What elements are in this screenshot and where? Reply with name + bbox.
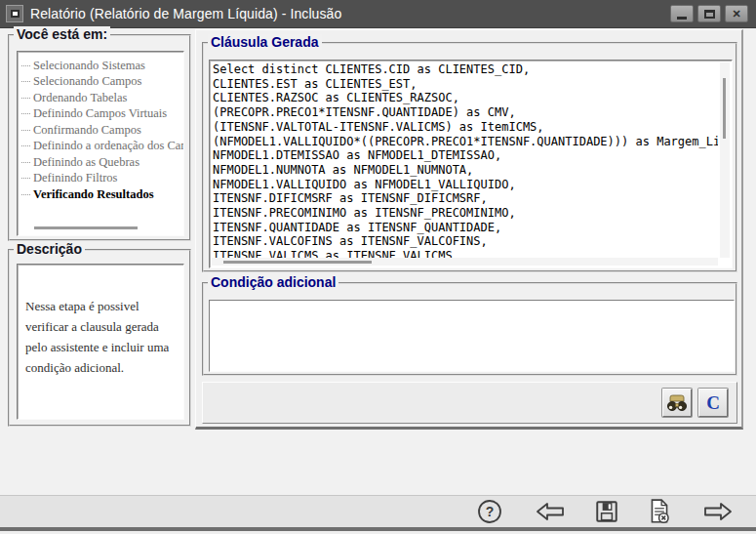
clear-condition-label: C [706, 392, 720, 414]
binoculars-icon [666, 394, 688, 412]
maximize-button[interactable] [697, 5, 721, 22]
description-box: Nessa etapa é possivel verificar a claus… [17, 264, 184, 420]
tree-connector-icon [21, 113, 30, 114]
tree-connector-icon [21, 98, 30, 99]
svg-text:?: ? [486, 504, 495, 519]
sql-horizontal-scrollbar[interactable] [212, 258, 718, 266]
additional-condition-title: Condição adicional [208, 274, 338, 290]
step-item[interactable]: Definindo a ordenação dos Can [18, 139, 183, 155]
sql-vertical-scrollbar[interactable] [720, 62, 730, 258]
steps-listbox[interactable]: Selecionando Sistemas Selecionando Campo… [17, 51, 184, 236]
bottom-toolbar: ? [0, 495, 756, 527]
step-item[interactable]: Confirmando Campos [18, 122, 183, 139]
additional-condition-input[interactable] [210, 301, 734, 371]
sql-horizontal-scrollbar-thumb[interactable] [223, 261, 372, 264]
steps-horizontal-scrollbar[interactable] [34, 226, 138, 229]
back-button[interactable] [528, 497, 573, 526]
step-item[interactable]: Definindo Campos Virtuais [18, 106, 183, 123]
sql-vertical-scrollbar-thumb[interactable] [723, 78, 726, 139]
close-button[interactable]: ✕ [725, 5, 748, 22]
generated-clause-groupbox: Cláusula Gerada Select distinct CLIENTES… [202, 42, 737, 272]
steps-group-title: Você está em: [14, 26, 110, 42]
sql-clause-memo[interactable]: Select distinct CLIENTES.CID as CLIENTES… [209, 60, 733, 268]
tree-connector-icon [21, 194, 30, 195]
next-arrow-icon [702, 500, 734, 523]
step-item[interactable]: Ordenando Tabelas [18, 90, 183, 106]
main-panel: Cláusula Gerada Select distinct CLIENTES… [195, 29, 743, 430]
close-icon: ✕ [732, 9, 740, 20]
save-icon [594, 499, 619, 524]
dialog-window: Relatório (Relatório de Margem Líquida) … [0, 0, 756, 534]
tree-connector-icon [21, 145, 30, 146]
generated-clause-title: Cláusula Gerada [208, 34, 322, 50]
tree-connector-icon [21, 178, 30, 179]
step-item-current[interactable]: Verificando Resultados [18, 186, 183, 203]
minimize-icon [677, 17, 687, 20]
cancel-button[interactable] [637, 497, 682, 526]
verify-clause-button[interactable] [662, 389, 692, 417]
description-groupbox: Descrição Nessa etapa é possivel verific… [8, 249, 191, 427]
help-icon: ? [476, 498, 503, 525]
sql-clause-text[interactable]: Select distinct CLIENTES.CID as CLIENTES… [213, 62, 718, 259]
next-button[interactable] [696, 497, 740, 526]
save-button[interactable] [584, 497, 629, 526]
tree-connector-icon [21, 162, 30, 163]
step-item[interactable]: Definindo as Quebras [18, 154, 183, 171]
help-button[interactable]: ? [467, 497, 512, 526]
tree-connector-icon [21, 81, 30, 82]
maximize-icon [704, 10, 715, 19]
back-arrow-icon [535, 500, 566, 523]
tree-connector-icon [21, 130, 30, 131]
description-group-title: Descrição [14, 241, 85, 257]
cancel-document-icon [647, 498, 672, 525]
step-item[interactable]: Selecionando Sistemas [18, 58, 183, 74]
window-title: Relatório (Relatório de Margem Líquida) … [30, 6, 341, 21]
description-text: Nessa etapa é possivel verificar a claus… [25, 296, 178, 378]
additional-condition-box [209, 300, 735, 372]
additional-condition-groupbox: Condição adicional [202, 282, 737, 376]
tree-connector-icon [21, 65, 30, 66]
step-item[interactable]: Definindo Filtros [18, 171, 183, 187]
clear-condition-button[interactable]: C [698, 389, 728, 417]
action-strip: C [202, 382, 737, 424]
titlebar[interactable]: Relatório (Relatório de Margem Líquida) … [0, 0, 756, 28]
step-item[interactable]: Selecionando Campos [18, 74, 183, 91]
window-icon [6, 5, 23, 22]
steps-groupbox: Você está em: Selecionando Sistemas Sele… [8, 34, 191, 241]
minimize-button[interactable] [670, 5, 694, 22]
